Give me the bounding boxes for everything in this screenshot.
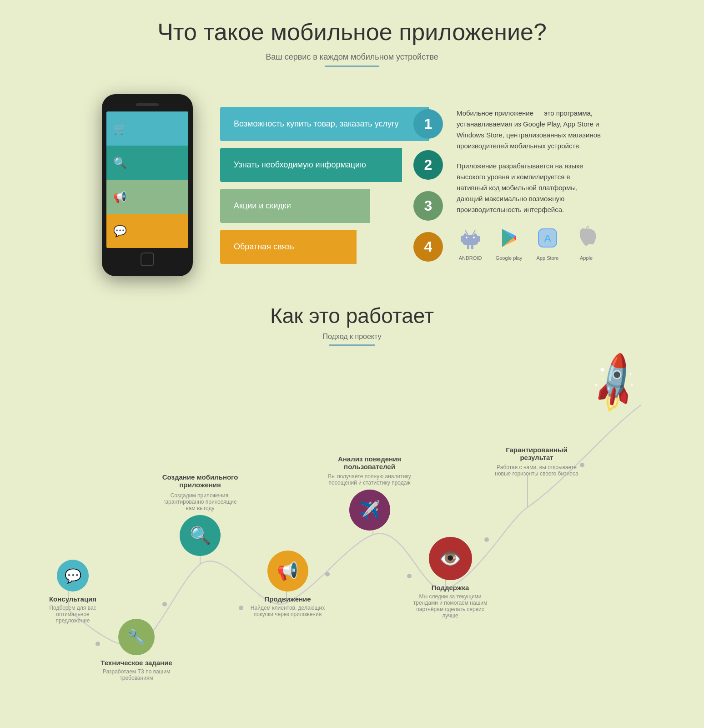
svg-rect-4 (478, 236, 480, 242)
store-icons: АNDROID Google play (457, 224, 602, 263)
rocket-icon: 🚀 (580, 349, 649, 417)
feature-number-3: 3 (413, 191, 443, 221)
node-podderzhka: 👁️ Поддержка Мы следим за текущими тренд… (409, 537, 491, 619)
svg-point-21 (325, 572, 330, 576)
feature-bar-2: Узнать необходимую информацию (220, 148, 402, 182)
apple-label: Apple (580, 254, 593, 263)
konsultacia-desc: Подберем для вас оптимальное предложение (41, 605, 105, 624)
megaphone-phone-icon: 📢 (106, 180, 134, 214)
feature-bar-3: Акции и скидки (220, 189, 370, 223)
konsultacia-icon: 💬 (57, 560, 89, 592)
svg-rect-3 (461, 236, 463, 242)
phone-screen: 🛒 🔍 📢 💬 (106, 111, 188, 248)
cart-icon: 🛒 (106, 111, 134, 146)
node-techzadanie: 🔧 Техническое задание Разработаем ТЗ по … (100, 619, 173, 681)
section2: Как это работает Подход к проекту 🚀 (0, 294, 704, 714)
prodvizhenie-label: Продвижение (264, 595, 311, 603)
section2-title: Как это работает (27, 303, 677, 328)
google-play-icon (495, 224, 523, 252)
store-android: АNDROID (457, 224, 484, 263)
store-google-play: Google play (495, 224, 523, 263)
node-sozdanie: Создание мобильного приложения Создадим … (159, 473, 241, 556)
svg-point-9 (466, 237, 468, 238)
konsultacia-label: Консультация (49, 595, 96, 603)
android-label: АNDROID (459, 254, 482, 263)
prodvizhenie-icon: 📢 (267, 551, 308, 592)
screen-row-1: 🛒 (106, 111, 188, 146)
features-list: Возможность купить товар, заказать услуг… (220, 103, 429, 267)
desc-paragraph-2: Приложение разрабатывается на языке высо… (457, 161, 602, 215)
svg-point-19 (162, 602, 167, 607)
app-store-label: App Store (537, 254, 559, 263)
svg-rect-2 (463, 235, 478, 245)
podderzhka-desc: Мы следим за текущими трендами и помогае… (409, 593, 491, 619)
feature-text-2: Узнать необходимую информацию (234, 160, 366, 170)
section2-divider (329, 344, 375, 346)
analiz-label: Анализ поведения пользователей (327, 455, 412, 470)
workflow-diagram: 🚀 💬 Консультация П (27, 355, 677, 696)
phone-wrapper: 🛒 🔍 📢 💬 (102, 94, 193, 276)
svg-point-20 (239, 606, 243, 610)
garantiya-desc: Работая с нами, вы открываете новые гори… (491, 464, 582, 477)
feature-text-4: Обратная связь (234, 242, 294, 252)
feature-text-3: Акции и скидки (234, 201, 291, 211)
sozdanie-desc: Создадим приложения, гарантированно прин… (159, 492, 241, 511)
techzadanie-icon: 🔧 (118, 619, 155, 655)
svg-marker-11 (502, 229, 513, 247)
feature-number-1: 1 (413, 109, 443, 139)
right-description: Мобильное приложение — это программа, ус… (457, 108, 602, 263)
node-prodvizhenie: 📢 Продвижение Найдем клиентов, делающих … (250, 551, 325, 617)
phone: 🛒 🔍 📢 💬 (102, 94, 193, 276)
phone-home-button (141, 253, 154, 266)
chat-phone-icon: 💬 (106, 214, 134, 248)
app-store-icon: A (534, 224, 561, 252)
sozdanie-label: Создание мобильного приложения (159, 473, 241, 489)
title-divider (325, 66, 379, 67)
svg-text:A: A (544, 233, 551, 244)
node-garantiya: Гарантированный результат Работая с нами… (491, 446, 582, 480)
feature-item-2: Узнать необходимую информацию 2 (220, 144, 429, 185)
techzadanie-desc: Разработаем ТЗ по вашим требованиям (100, 668, 173, 681)
google-play-label: Google play (496, 254, 523, 263)
search-phone-icon: 🔍 (106, 146, 134, 180)
svg-point-10 (473, 237, 475, 238)
analiz-icon: ✈️ (349, 490, 390, 531)
podderzhka-label: Поддержка (432, 584, 469, 592)
section1: Что такое мобильное приложение? Ваш серв… (0, 0, 704, 94)
node-konsultacia: 💬 Консультация Подберем для вас оптималь… (41, 560, 105, 624)
svg-rect-6 (471, 245, 473, 249)
svg-point-18 (96, 642, 100, 646)
feature-item-3: Акции и скидки 3 (220, 185, 429, 226)
feature-item-1: Возможность купить товар, заказать услуг… (220, 103, 429, 144)
store-app-store: A App Store (534, 224, 561, 263)
android-icon (457, 224, 484, 252)
techzadanie-label: Техническое задание (101, 659, 172, 667)
main-title: Что такое мобильное приложение? (27, 18, 677, 46)
phone-speaker (136, 103, 159, 106)
prodvizhenie-desc: Найдем клиентов, делающих покупки через … (250, 605, 325, 617)
podderzhka-icon: 👁️ (429, 537, 472, 580)
subtitle: Ваш сервис в каждом мобильном устройстве (27, 52, 677, 62)
sozdanie-icon: 🔍 (180, 515, 221, 556)
screen-row-3: 📢 (106, 180, 188, 214)
desc-paragraph-1: Мобильное приложение — это программа, ус… (457, 108, 602, 152)
screen-row-4: 💬 (106, 214, 188, 248)
screen-row-2: 🔍 (106, 146, 188, 180)
feature-item-4: Обратная связь 4 (220, 226, 429, 267)
apple-icon (573, 224, 600, 252)
svg-rect-5 (467, 245, 469, 249)
node-analiz: Анализ поведения пользователей Вы получа… (327, 455, 412, 531)
feature-number-4: 4 (413, 232, 443, 262)
store-apple: Apple (573, 224, 600, 263)
phone-section: 🛒 🔍 📢 💬 Возможность купить товар, заказа… (0, 94, 704, 294)
feature-number-2: 2 (413, 150, 443, 180)
feature-bar-1: Возможность купить товар, заказать услуг… (220, 107, 429, 141)
garantiya-label: Гарантированный результат (491, 446, 582, 461)
feature-bar-4: Обратная связь (220, 230, 357, 264)
section2-subtitle: Подход к проекту (27, 333, 677, 341)
feature-text-1: Возможность купить товар, заказать услуг… (234, 119, 399, 129)
analiz-desc: Вы получаете полную аналитику посещений … (327, 473, 412, 486)
